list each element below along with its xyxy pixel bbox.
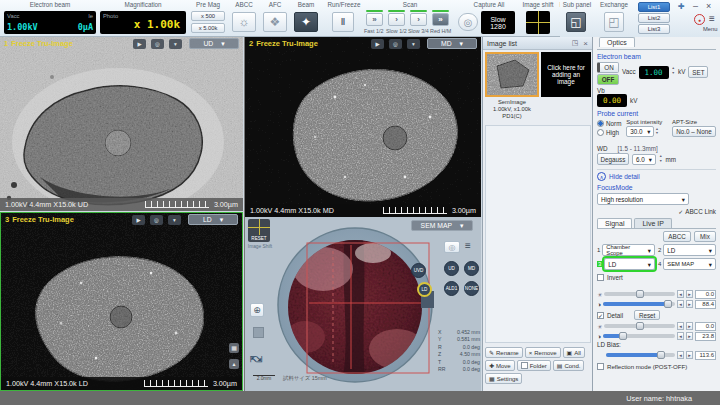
channel3-select-active[interactable]: LD▾ xyxy=(604,258,655,270)
pre-mag-5k-button[interactable]: x 5.00k xyxy=(191,23,225,33)
reset-button[interactable]: Reset xyxy=(634,310,660,320)
channel4-select[interactable]: SEM MAP▾ xyxy=(663,258,716,270)
minimize-icon[interactable]: – xyxy=(693,1,698,11)
add-image-button[interactable]: Click here for adding an image xyxy=(541,52,591,97)
spot-intensity-select[interactable]: 30.0▾ xyxy=(626,126,654,137)
high-radio[interactable] xyxy=(597,129,604,136)
scan-slow-34-button[interactable]: › xyxy=(410,13,427,26)
close-icon[interactable]: × xyxy=(706,1,711,11)
q2-detector-select[interactable]: MD▾ xyxy=(427,38,477,49)
abcc-link-row[interactable]: ✓ ABCC Link xyxy=(597,208,716,215)
map-camera-button[interactable]: ◎ xyxy=(444,241,460,253)
sem-map-mode-select[interactable]: SEM MAP▾ xyxy=(411,220,473,231)
sem-image-q2[interactable] xyxy=(245,37,481,217)
detector-none-button[interactable]: NONE xyxy=(464,281,479,296)
q2-camera-icon[interactable]: ◎ xyxy=(389,39,402,49)
brightness-slider[interactable] xyxy=(604,292,675,296)
vacc-set-button[interactable]: SET xyxy=(688,66,708,78)
q2-play-icon[interactable]: ▶ xyxy=(371,39,384,49)
image-shift-display[interactable] xyxy=(526,11,550,34)
optics-vacc-value[interactable]: 1.00 xyxy=(639,66,669,79)
q1-camera-icon[interactable]: ◎ xyxy=(151,39,164,49)
detail-contrast-slider[interactable] xyxy=(603,334,675,338)
move-window-icon[interactable]: ✚ xyxy=(678,2,685,11)
beam-button[interactable]: ✦ xyxy=(294,12,318,32)
capture-button[interactable]: ◎ xyxy=(458,13,478,31)
sem-image-q3[interactable] xyxy=(1,213,242,390)
contrast-dec-icon[interactable]: ◂ xyxy=(677,300,684,308)
detail-brightness-dec-icon[interactable]: ◂ xyxy=(677,322,684,330)
ld-bias-dec-icon[interactable]: ◂ xyxy=(677,351,684,359)
abcc-button[interactable]: ☼ xyxy=(232,12,256,32)
apt-size-select[interactable]: No.0 – None xyxy=(672,126,716,137)
stage-uvd-button[interactable]: UVD xyxy=(411,263,426,278)
channel1-select[interactable]: Chamber Scope▾ xyxy=(602,244,655,256)
brightness-inc-icon[interactable]: ▸ xyxy=(686,290,693,298)
folder-button[interactable]: Folder xyxy=(517,360,551,371)
exchange-button[interactable]: ◰ xyxy=(604,12,624,32)
all-button[interactable]: ▣All xyxy=(563,347,585,358)
ld-bias-slider[interactable] xyxy=(606,353,675,357)
vb-value[interactable]: 0.00 xyxy=(597,94,627,107)
detector-ud-button[interactable]: UD xyxy=(444,261,459,276)
pin-icon[interactable]: ◳ xyxy=(572,39,579,47)
record-icon[interactable]: ● xyxy=(694,14,705,25)
ld-bias-inc-icon[interactable]: ▸ xyxy=(686,351,693,359)
sem-image-q1[interactable] xyxy=(0,37,243,211)
settings-button[interactable]: ▦Settings xyxy=(485,373,522,384)
q3-caret-icon[interactable]: ▾ xyxy=(168,215,181,225)
scan-fast-button[interactable]: » xyxy=(366,13,383,26)
vacc-spin-down-icon[interactable]: ▼ xyxy=(672,72,675,76)
vacc-spin-up-icon[interactable]: ▲ xyxy=(672,67,675,71)
q1-caret-icon[interactable]: ▾ xyxy=(169,39,182,49)
detail-brightness-slider[interactable] xyxy=(604,324,675,328)
tab-optics[interactable]: Optics xyxy=(599,37,635,47)
channel2-select[interactable]: LD▾ xyxy=(663,244,716,256)
tab-live-ip[interactable]: Live IP xyxy=(634,218,671,228)
map-zoom-button[interactable]: ⊕ xyxy=(250,303,264,317)
viewport-q2[interactable]: 2 Freeze Tru-Image ▶ ◎ ▾ MD▾ 1.00kV 4.4m… xyxy=(244,37,481,217)
run-freeze-button[interactable]: ‖ xyxy=(332,12,354,32)
scan-red-button[interactable]: » xyxy=(432,13,449,26)
q3-play-icon[interactable]: ▶ xyxy=(132,215,145,225)
viewport-q1[interactable]: 1 Freeze Tru-Image ▶ ◎ ▾ UD▾ 1.00kV 4.4m… xyxy=(0,37,243,211)
list3-button[interactable]: List3 xyxy=(638,24,670,34)
q1-play-icon[interactable]: ▶ xyxy=(133,39,146,49)
detail-contrast-dec-icon[interactable]: ◂ xyxy=(677,332,684,340)
detail-checkbox[interactable]: ✓ xyxy=(597,312,604,319)
rename-button[interactable]: ✎Rename xyxy=(485,347,523,358)
cond-button[interactable]: ▤Cond. xyxy=(553,360,585,371)
list1-button[interactable]: List1 xyxy=(638,2,670,12)
tab-signal[interactable]: Signal xyxy=(597,218,632,228)
degauss-button[interactable]: Degauss xyxy=(597,153,629,165)
contrast-inc-icon[interactable]: ▸ xyxy=(686,300,693,308)
reflection-row[interactable]: Reflection mode (POST-OFF) xyxy=(597,363,716,370)
move-button[interactable]: ✚Move xyxy=(485,360,515,371)
image-list-close-icon[interactable]: × xyxy=(583,39,588,48)
abcc-signal-button[interactable]: ABCC xyxy=(663,231,691,242)
collapse-icon[interactable]: ⇱⇲ xyxy=(250,355,261,364)
remove-button[interactable]: ×Remove xyxy=(525,347,561,358)
beam-off-button[interactable]: OFF xyxy=(597,74,619,85)
scan-slow-half-button[interactable]: › xyxy=(388,13,405,26)
mix-button[interactable]: Mix xyxy=(694,231,716,242)
sub-panel-button[interactable]: ◱ xyxy=(566,12,586,32)
wd-spin-down-icon[interactable]: ▼ xyxy=(659,160,662,164)
q2-caret-icon[interactable]: ▾ xyxy=(407,39,420,49)
holder-icon[interactable] xyxy=(253,327,264,338)
norm-radio[interactable] xyxy=(597,120,604,127)
focus-mode-select[interactable]: High resolution▾ xyxy=(597,193,689,205)
wd-select[interactable]: 6.0▾ xyxy=(632,154,656,165)
detail-contrast-inc-icon[interactable]: ▸ xyxy=(686,332,693,340)
q3-arrow-tool-icon[interactable]: ▲ xyxy=(229,359,239,369)
afc-button[interactable]: ❖ xyxy=(263,12,287,32)
map-menu-icon[interactable]: ≡ xyxy=(465,240,471,251)
brightness-dec-icon[interactable]: ◂ xyxy=(677,290,684,298)
beam-on-button[interactable]: ON xyxy=(597,62,619,73)
viewport-sem-map[interactable]: SEM MAP▾ RESET Image Shift UVD LD ◎ ≡ UD… xyxy=(244,217,481,391)
contrast-slider[interactable] xyxy=(603,302,675,306)
detail-brightness-inc-icon[interactable]: ▸ xyxy=(686,322,693,330)
list2-button[interactable]: List2 xyxy=(638,13,670,23)
spot-spin-down-icon[interactable]: ▼ xyxy=(655,132,658,136)
q3-grid-tool-icon[interactable]: ▦ xyxy=(229,343,239,353)
